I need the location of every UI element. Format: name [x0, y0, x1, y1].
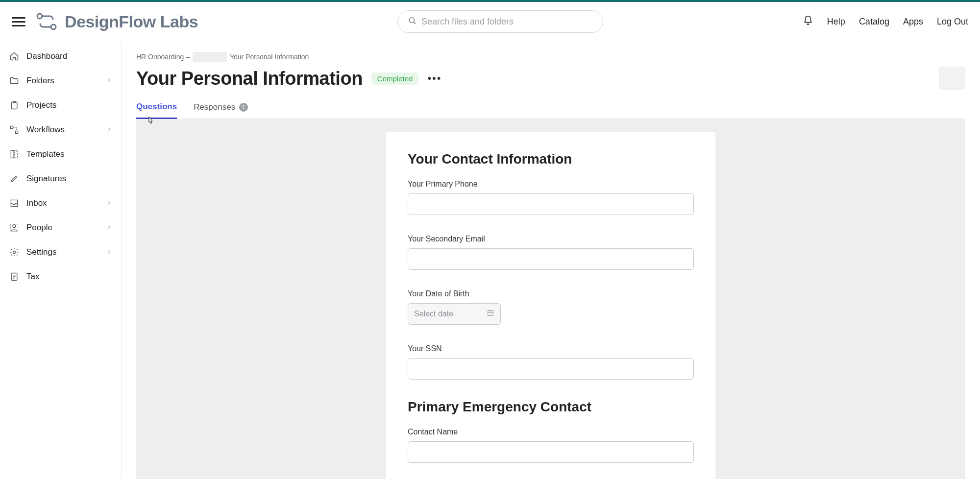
chevron-right-icon	[106, 125, 112, 135]
chevron-right-icon	[106, 223, 112, 233]
tab-label: Questions	[136, 102, 177, 112]
sidebar-item-dashboard[interactable]: Dashboard	[0, 44, 121, 69]
sidebar: Dashboard Folders Projects Workflows	[0, 41, 122, 479]
sidebar-item-label: Projects	[26, 100, 56, 110]
input-dob[interactable]: Select date	[408, 303, 501, 325]
header-action-placeholder[interactable]	[939, 67, 965, 90]
chevron-right-icon	[106, 198, 112, 208]
brand[interactable]: DesignFlow Labs	[35, 12, 198, 31]
svg-line-3	[414, 22, 415, 24]
sidebar-item-label: Dashboard	[26, 51, 67, 61]
section-contact-info: Your Contact Information	[408, 151, 694, 167]
label-primary-phone: Your Primary Phone	[408, 180, 694, 189]
sidebar-item-label: Signatures	[26, 174, 66, 184]
clipboard-icon	[9, 100, 20, 111]
label-secondary-email: Your Secondary Email	[408, 235, 694, 243]
sidebar-item-label: Settings	[26, 247, 56, 257]
sidebar-item-label: Folders	[26, 76, 54, 86]
tab-responses[interactable]: Responses 1	[194, 102, 248, 119]
breadcrumb-root[interactable]: HR Onboarding –	[136, 53, 190, 61]
workflow-icon	[9, 124, 20, 135]
svg-point-12	[13, 251, 16, 254]
svg-rect-8	[11, 151, 14, 158]
page-title: Your Personal Information	[136, 68, 363, 89]
menu-toggle-button[interactable]	[12, 15, 25, 28]
sidebar-item-settings[interactable]: Settings	[0, 240, 121, 264]
input-primary-phone[interactable]	[408, 193, 694, 215]
sidebar-item-label: Workflows	[26, 125, 65, 135]
logout-link[interactable]: Log Out	[937, 17, 968, 27]
help-link[interactable]: Help	[827, 17, 845, 27]
main-content: HR Onboarding – Your Personal Informatio…	[122, 41, 980, 479]
sidebar-item-inbox[interactable]: Inbox	[0, 191, 121, 216]
sidebar-item-folders[interactable]: Folders	[0, 69, 121, 93]
search-icon	[408, 16, 416, 27]
tab-label: Responses	[194, 102, 235, 112]
home-icon	[9, 51, 20, 62]
section-emergency-contact: Primary Emergency Contact	[408, 399, 694, 415]
input-ssn[interactable]	[408, 358, 694, 380]
inbox-icon	[9, 198, 20, 209]
breadcrumb-leaf[interactable]: Your Personal Information	[230, 53, 309, 61]
breadcrumb: HR Onboarding – Your Personal Informatio…	[136, 52, 965, 62]
brand-name: DesignFlow Labs	[65, 12, 198, 31]
app-header: DesignFlow Labs Help Catalog Apps Log Ou…	[0, 2, 980, 41]
sidebar-item-people[interactable]: People	[0, 216, 121, 240]
sidebar-item-label: People	[26, 223, 52, 233]
chevron-right-icon	[106, 247, 112, 257]
breadcrumb-redacted	[193, 52, 227, 62]
notifications-button[interactable]	[803, 15, 813, 28]
svg-rect-6	[11, 126, 13, 129]
label-contact-name: Contact Name	[408, 428, 694, 436]
input-secondary-email[interactable]	[408, 248, 694, 270]
input-contact-name[interactable]	[408, 441, 694, 463]
label-dob: Your Date of Birth	[408, 289, 694, 298]
catalog-link[interactable]: Catalog	[859, 17, 889, 27]
svg-rect-9	[15, 151, 18, 158]
tabs: Questions Responses 1	[136, 102, 965, 119]
people-icon	[9, 222, 20, 233]
sidebar-item-templates[interactable]: Templates	[0, 142, 121, 167]
chevron-right-icon	[106, 76, 112, 86]
sidebar-item-label: Inbox	[26, 198, 47, 208]
folder-icon	[9, 75, 20, 86]
dob-placeholder: Select date	[414, 310, 453, 318]
svg-rect-7	[16, 131, 18, 134]
responses-count-badge: 1	[239, 103, 248, 112]
sidebar-item-label: Tax	[26, 272, 39, 282]
apps-link[interactable]: Apps	[903, 17, 923, 27]
sidebar-item-projects[interactable]: Projects	[0, 93, 121, 118]
tab-questions[interactable]: Questions	[136, 102, 177, 119]
header-right-nav: Help Catalog Apps Log Out	[803, 15, 968, 28]
pen-icon	[9, 173, 20, 184]
global-search[interactable]	[397, 10, 603, 33]
tax-icon	[9, 271, 20, 282]
sidebar-item-workflows[interactable]: Workflows	[0, 118, 121, 142]
calendar-icon	[487, 309, 494, 319]
sidebar-item-label: Templates	[26, 149, 64, 159]
svg-rect-14	[488, 311, 493, 315]
sidebar-item-tax[interactable]: Tax	[0, 264, 121, 289]
status-badge: Completed	[371, 72, 419, 85]
label-ssn: Your SSN	[408, 344, 694, 353]
sidebar-item-signatures[interactable]: Signatures	[0, 167, 121, 191]
more-actions-button[interactable]: •••	[427, 72, 441, 85]
template-icon	[9, 149, 20, 160]
svg-point-10	[13, 225, 16, 228]
form-card: Your Contact Information Your Primary Ph…	[386, 132, 715, 479]
form-canvas: Your Contact Information Your Primary Ph…	[136, 119, 965, 479]
search-input[interactable]	[421, 17, 593, 27]
gear-icon	[9, 247, 20, 258]
brand-logo-icon	[35, 12, 58, 31]
